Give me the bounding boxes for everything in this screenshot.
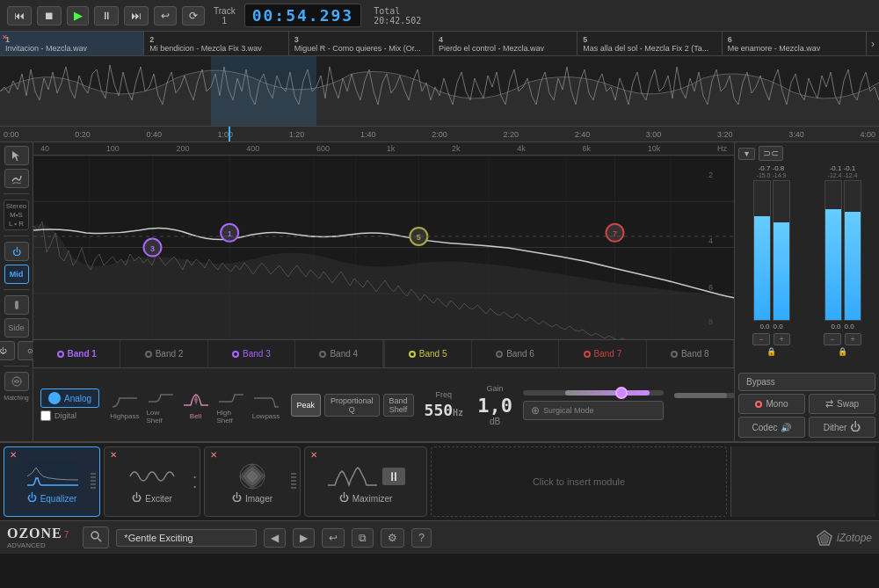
surgical-mode-button[interactable]: ⊕ Surgical Mode — [523, 401, 664, 420]
mono-button[interactable]: Mono — [738, 394, 805, 414]
phase-value-row: Phase 6,0 — [674, 402, 734, 417]
dither-button[interactable]: Dither ⏻ — [809, 417, 875, 438]
band-tab-5[interactable]: Band 5 — [383, 340, 472, 367]
side-button[interactable]: Side — [4, 318, 29, 338]
mid-button[interactable]: Mid — [4, 265, 29, 284]
freq-hz: Hz — [717, 144, 727, 153]
timeline[interactable]: 0:00 0:20 0:40 1:00 1:20 1:40 2:00 2:20 … — [0, 127, 879, 142]
loop-button[interactable]: ↩ — [154, 6, 177, 25]
imager-module[interactable]: ✕ ⏻ Imager — [204, 446, 301, 517]
gain-value[interactable]: 1,0 — [477, 395, 512, 417]
waveform-svg: // Generate waveform bars via SVG - usin… — [0, 56, 879, 126]
left-plus-button[interactable]: + — [774, 333, 790, 345]
record-button[interactable]: ⟳ — [182, 6, 205, 25]
prev-preset-button[interactable]: ◀ — [264, 528, 286, 548]
codec-button[interactable]: Codec 🔊 — [738, 417, 805, 438]
maximizer-icon — [326, 461, 379, 492]
band-tab-7[interactable]: Band 7 — [559, 340, 646, 367]
equalizer-handle[interactable] — [91, 473, 96, 490]
lowpass-filter[interactable]: Lowpass — [252, 389, 280, 420]
phase-fill — [674, 393, 727, 398]
play-button[interactable]: ▶ — [67, 6, 89, 25]
right-plus-button[interactable]: + — [845, 333, 861, 345]
track-item-5[interactable]: 5 Mas alla del sol - Mezcla Fix 2 (Ta... — [578, 32, 722, 55]
preset-search-input[interactable] — [116, 529, 257, 547]
digital-label: Digital — [54, 411, 76, 420]
swap-button[interactable]: ⇄ Swap — [809, 394, 875, 414]
matching-button[interactable] — [4, 372, 29, 391]
track-item-2[interactable]: 2 Mi bendicion - Mezcla Fix 3.wav — [144, 32, 288, 55]
insert-slot[interactable]: Click to insert module — [431, 446, 727, 517]
eq-display[interactable]: MID — [33, 156, 734, 339]
exciter-dots: • • — [193, 473, 196, 490]
track-item-4[interactable]: 4 Pierdo el control - Mezcla.wav — [433, 32, 578, 55]
power-on-button[interactable]: ⏻ — [0, 341, 15, 360]
band-tab-4[interactable]: Band 4 — [295, 340, 382, 367]
band-tab-3[interactable]: Band 3 — [208, 340, 295, 367]
gain-slider[interactable] — [523, 390, 664, 396]
forward-button[interactable]: ⏭ — [124, 6, 149, 25]
freq-value[interactable]: 550Hz — [425, 401, 464, 419]
total-time: 20:42.502 — [374, 16, 421, 25]
equalizer-module[interactable]: ✕ ⏻ Equalizer — [4, 446, 100, 517]
peak-mode-button[interactable]: Peak — [291, 394, 322, 417]
digital-checkbox[interactable] — [40, 410, 51, 421]
highpass-icon — [111, 389, 139, 410]
compare-button[interactable]: ⧉ — [352, 528, 374, 548]
analog-button[interactable]: K Analog — [40, 388, 99, 408]
draw-tool-button[interactable] — [4, 169, 29, 188]
undo-button[interactable]: ↩ — [322, 528, 345, 548]
band-tab-1[interactable]: Band 1 — [33, 340, 120, 367]
band-tab-2[interactable]: Band 2 — [120, 340, 207, 367]
logo-area: OZONE 7 ADVANCED — [7, 526, 69, 549]
maximizer-module-footer: ⏻ Maximizer — [339, 492, 393, 504]
svg-rect-29 — [25, 461, 78, 492]
track-name-5: Mas alla del sol - Mezcla Fix 2 (Ta... — [583, 44, 716, 53]
band-tab-6[interactable]: Band 6 — [472, 340, 559, 367]
band-shelf-button[interactable]: Band Shelf — [383, 394, 414, 417]
help-button[interactable]: ? — [411, 528, 432, 548]
exciter-close-icon[interactable]: ✕ — [110, 450, 117, 460]
select-tool-button[interactable] — [4, 146, 29, 165]
maximizer-module[interactable]: ✕ ⏸ ⏻ Maximizer — [304, 446, 427, 517]
track-item-6[interactable]: 6 Me enamore - Mezcla.wav — [723, 32, 867, 55]
imager-label: Imager — [245, 494, 272, 504]
imager-close-icon[interactable]: ✕ — [210, 450, 217, 460]
bell-filter[interactable]: Bell — [182, 389, 210, 420]
next-preset-button[interactable]: ▶ — [293, 528, 315, 548]
power-button[interactable]: ⏻ — [4, 242, 29, 261]
imager-handle[interactable] — [291, 473, 296, 490]
timeline-playhead[interactable] — [229, 127, 230, 142]
band-button[interactable] — [4, 295, 29, 315]
phase-slider[interactable] — [674, 393, 734, 398]
lowshelf-icon — [147, 386, 175, 407]
track-close-1[interactable]: ✕ — [2, 33, 8, 41]
maximizer-pause-button[interactable]: ⏸ — [382, 468, 405, 485]
rewind-button[interactable]: ⏮ — [7, 6, 32, 25]
right-minus-button[interactable]: − — [824, 333, 840, 345]
left-minus-button[interactable]: − — [752, 333, 769, 345]
timeline-mark-200: 2:00 — [432, 130, 447, 139]
gain-slider-thumb[interactable] — [615, 387, 628, 399]
freq-40: 40 — [40, 144, 49, 153]
search-button[interactable] — [83, 526, 109, 548]
meter-settings-button[interactable]: ▼ — [738, 148, 755, 160]
proportional-q-button[interactable]: Proportional Q — [324, 394, 380, 417]
track-item-1[interactable]: ✕ 1 Invitacion - Mezcla.wav — [0, 32, 144, 55]
bypass-button[interactable]: Bypass — [738, 373, 875, 391]
digital-option[interactable]: Digital — [40, 410, 99, 421]
maximizer-close-icon[interactable]: ✕ — [310, 450, 317, 460]
settings-button[interactable]: ⚙ — [381, 528, 404, 548]
highshelf-filter[interactable]: High Shelf — [217, 386, 245, 425]
band-tab-8[interactable]: Band 8 — [647, 340, 734, 367]
stop-button[interactable]: ⏹ — [37, 6, 62, 25]
power-icon: ⏻ — [850, 421, 861, 433]
vu-toggle[interactable]: ⊃⊂ — [759, 146, 783, 161]
lowshelf-filter[interactable]: Low Shelf — [147, 386, 175, 425]
exciter-module[interactable]: ✕ ⏻ Exciter • • — [104, 446, 200, 517]
tracks-right-arrow[interactable]: › — [867, 32, 879, 55]
equalizer-close-icon[interactable]: ✕ — [10, 450, 17, 460]
pause-button[interactable]: ⏸ — [94, 6, 119, 25]
highpass-filter[interactable]: Highpass — [110, 389, 139, 420]
track-item-3[interactable]: 3 Miguel R - Como quieres - Mix (Or... — [289, 32, 433, 55]
